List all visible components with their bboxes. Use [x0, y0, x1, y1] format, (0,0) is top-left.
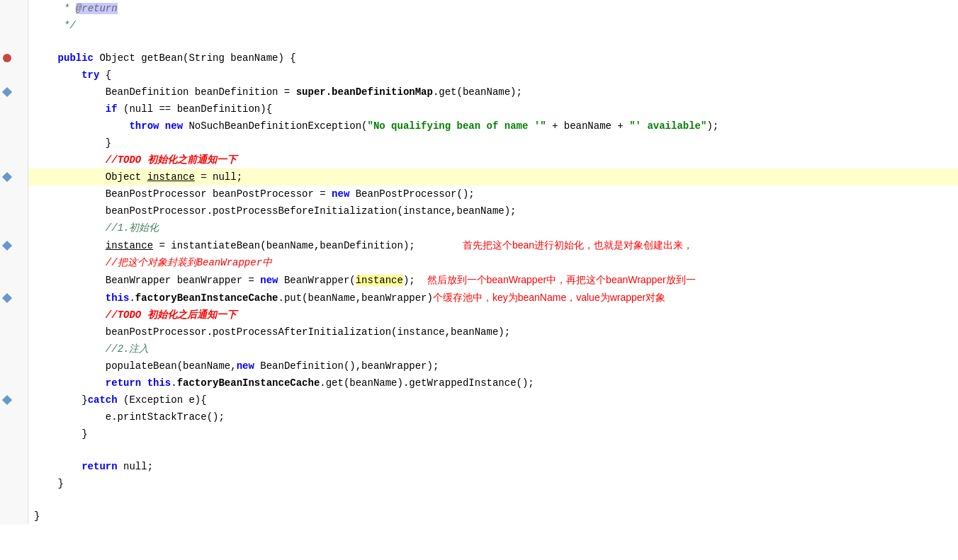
code-text [28, 442, 958, 458]
code-line [0, 34, 958, 50]
line-gutter [0, 324, 28, 341]
line-gutter [0, 34, 28, 50]
code-text: beanPostProcessor.postProcessBeforeIniti… [28, 202, 958, 219]
code-text: return null; [28, 458, 958, 475]
code-line: //2.注入 [0, 341, 958, 358]
debug-diamond [2, 240, 12, 250]
code-line: BeanDefinition beanDefinition = super.be… [0, 84, 958, 101]
code-text: populateBean(beanName,new BeanDefinition… [28, 358, 958, 375]
code-text: instance = instantiateBean(beanName,bean… [28, 236, 958, 254]
code-line: BeanPostProcessor beanPostProcessor = ne… [0, 185, 958, 202]
line-gutter [0, 475, 28, 492]
line-gutter [0, 254, 28, 271]
code-text: * @return [28, 0, 958, 17]
code-text [28, 492, 958, 508]
line-gutter [0, 307, 28, 324]
code-line [0, 492, 958, 508]
code-line: try { [0, 67, 958, 84]
code-text: //把这个对象封装到BeanWrapper中 [28, 254, 958, 271]
code-text: //TODO 初始化之前通知一下 [28, 152, 958, 168]
code-text: //1.初始化 [28, 219, 958, 236]
line-gutter [0, 375, 28, 392]
code-line: //TODO 初始化之后通知一下 [0, 307, 958, 324]
code-text: }catch (Exception e){ [28, 392, 958, 408]
line-gutter [0, 392, 28, 408]
code-text: BeanDefinition beanDefinition = super.be… [28, 84, 958, 101]
debug-diamond [2, 87, 12, 97]
line-gutter [0, 118, 28, 135]
code-text: */ [28, 17, 958, 34]
code-text: } [28, 508, 958, 525]
code-line: Object instance = null; [0, 168, 958, 185]
line-gutter [0, 442, 28, 458]
code-text: } [28, 475, 958, 492]
line-gutter [0, 341, 28, 358]
code-line: } [0, 425, 958, 442]
code-line: e.printStackTrace(); [0, 408, 958, 425]
code-text: } [28, 135, 958, 152]
line-gutter [0, 425, 28, 442]
line-gutter [0, 508, 28, 525]
line-gutter [0, 271, 28, 289]
code-line: */ [0, 17, 958, 34]
line-gutter [0, 185, 28, 202]
code-line: //TODO 初始化之前通知一下 [0, 152, 958, 168]
code-line: beanPostProcessor.postProcessBeforeIniti… [0, 202, 958, 219]
code-text: //TODO 初始化之后通知一下 [28, 307, 958, 324]
line-gutter [0, 67, 28, 84]
code-line: //把这个对象封装到BeanWrapper中 [0, 254, 958, 271]
code-line: BeanWrapper beanWrapper = new BeanWrappe… [0, 271, 958, 289]
code-line: } [0, 508, 958, 525]
line-gutter [0, 0, 28, 17]
code-text: public Object getBean(String beanName) { [28, 50, 958, 67]
code-line: //1.初始化 [0, 219, 958, 236]
line-gutter [0, 458, 28, 475]
code-text: if (null == beanDefinition){ [28, 101, 958, 118]
code-line [0, 442, 958, 458]
line-gutter [0, 84, 28, 101]
code-line: throw new NoSuchBeanDefinitionException(… [0, 118, 958, 135]
debug-diamond [2, 395, 12, 405]
line-gutter [0, 358, 28, 375]
code-text: BeanPostProcessor beanPostProcessor = ne… [28, 185, 958, 202]
debug-diamond [2, 172, 12, 182]
code-text: return this.factoryBeanInstanceCache.get… [28, 375, 958, 392]
code-line: return this.factoryBeanInstanceCache.get… [0, 375, 958, 392]
line-gutter [0, 219, 28, 236]
code-line: return null; [0, 458, 958, 475]
breakpoint-indicator [3, 54, 11, 62]
line-gutter [0, 135, 28, 152]
line-gutter [0, 492, 28, 508]
debug-diamond [2, 292, 12, 302]
code-text [28, 34, 958, 50]
code-text: } [28, 425, 958, 442]
line-gutter [0, 289, 28, 307]
code-line: } [0, 475, 958, 492]
line-gutter [0, 236, 28, 254]
line-gutter [0, 50, 28, 67]
line-gutter [0, 202, 28, 219]
code-line: populateBean(beanName,new BeanDefinition… [0, 358, 958, 375]
code-text: BeanWrapper beanWrapper = new BeanWrappe… [28, 271, 958, 289]
line-gutter [0, 152, 28, 168]
code-line: this.factoryBeanInstanceCache.put(beanNa… [0, 289, 958, 307]
code-text: this.factoryBeanInstanceCache.put(beanNa… [28, 289, 958, 307]
code-line: * @return [0, 0, 958, 17]
code-text: e.printStackTrace(); [28, 408, 958, 425]
code-line: beanPostProcessor.postProcessAfterInitia… [0, 324, 958, 341]
code-line: }catch (Exception e){ [0, 392, 958, 408]
code-line: instance = instantiateBean(beanName,bean… [0, 236, 958, 254]
code-text: beanPostProcessor.postProcessAfterInitia… [28, 324, 958, 341]
line-gutter [0, 101, 28, 118]
code-line: public Object getBean(String beanName) { [0, 50, 958, 67]
code-text: Object instance = null; [28, 168, 958, 185]
code-line: } [0, 135, 958, 152]
line-gutter [0, 408, 28, 425]
line-gutter [0, 17, 28, 34]
line-gutter [0, 168, 28, 185]
code-text: //2.注入 [28, 341, 958, 358]
code-text: throw new NoSuchBeanDefinitionException(… [28, 118, 958, 135]
code-text: try { [28, 67, 958, 84]
code-editor: * @return */ public Object getBean(Strin… [0, 0, 958, 560]
code-line: if (null == beanDefinition){ [0, 101, 958, 118]
